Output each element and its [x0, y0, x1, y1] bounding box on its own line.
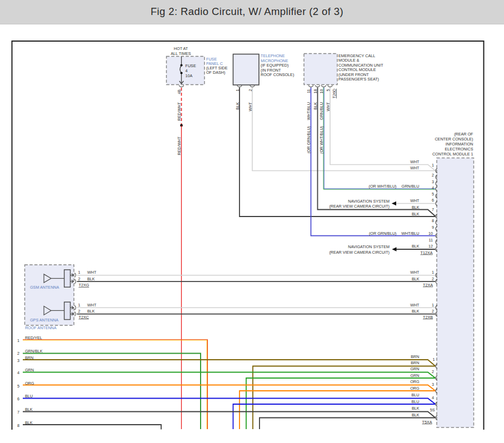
svg-text:10: 10 [319, 89, 324, 94]
svg-text:BLK: BLK [412, 406, 420, 411]
svg-text:T2XA: T2XA [423, 283, 433, 288]
svg-text:BLK: BLK [25, 407, 33, 412]
svg-text:BRN: BRN [411, 360, 419, 365]
svg-text:T5XA: T5XA [422, 420, 432, 425]
svg-text:WHT: WHT [410, 270, 420, 275]
svg-text:BLK: BLK [412, 205, 420, 210]
svg-text:NAVIGATION SYSTEM: NAVIGATION SYSTEM [348, 199, 390, 204]
svg-text:BLK: BLK [412, 244, 420, 249]
svg-text:MICROPHONE: MICROPHONE [261, 58, 288, 63]
svg-text:5: 5 [432, 192, 434, 197]
svg-text:T26D: T26D [332, 89, 337, 99]
svg-text:BLK: BLK [412, 309, 420, 314]
svg-text:OF DASH): OF DASH) [206, 70, 225, 75]
svg-text:10A: 10A [186, 73, 193, 78]
svg-text:1: 1 [432, 270, 434, 275]
svg-text:RED/WHT: RED/WHT [177, 136, 182, 155]
svg-text:(REAR OF: (REAR OF [454, 132, 473, 137]
svg-text:5: 5 [17, 384, 19, 389]
svg-text:WHT: WHT [87, 303, 97, 308]
svg-text:(OR WHT/BLU): (OR WHT/BLU) [369, 184, 397, 189]
svg-text:BLK: BLK [25, 420, 33, 425]
svg-text:11: 11 [306, 89, 311, 93]
svg-text:PASSENGER'S SEAT): PASSENGER'S SEAT) [338, 77, 379, 82]
svg-text:2: 2 [432, 276, 434, 281]
svg-text:5S: 5S [430, 407, 435, 412]
svg-text:T12XA: T12XA [421, 250, 433, 255]
svg-text:1: 1 [235, 89, 240, 92]
svg-text:WHT/BLU: WHT/BLU [401, 231, 419, 236]
svg-text:BLK: BLK [235, 102, 240, 110]
svg-text:GRN: GRN [411, 373, 420, 378]
svg-text:GPS ANTENNA: GPS ANTENNA [30, 318, 58, 323]
svg-text:WHT: WHT [410, 198, 420, 203]
svg-text:(REAR VIEW CAMERA CIRCUIT): (REAR VIEW CAMERA CIRCUIT) [329, 250, 390, 255]
svg-text:11: 11 [429, 238, 433, 243]
svg-text:BLK: BLK [412, 212, 420, 217]
svg-text:WHT: WHT [87, 270, 97, 275]
svg-text:CENTER CONSOLE): CENTER CONSOLE) [435, 137, 473, 142]
svg-text:GSM ANTENNA: GSM ANTENNA [30, 285, 59, 290]
svg-text:1: 1 [78, 303, 81, 308]
svg-text:1: 1 [432, 163, 434, 168]
svg-text:ORG: ORG [25, 381, 34, 386]
svg-text:(REAR VIEW CAMERA CIRCUIT): (REAR VIEW CAMERA CIRCUIT) [329, 204, 390, 209]
svg-text:2: 2 [248, 89, 253, 92]
svg-text:10: 10 [428, 231, 433, 236]
svg-text:(OR WHT/BLU): (OR WHT/BLU) [319, 126, 324, 154]
svg-text:FUSE: FUSE [186, 63, 196, 68]
svg-text:2: 2 [78, 309, 81, 314]
svg-text:7: 7 [432, 207, 434, 212]
svg-text:6: 6 [17, 396, 19, 401]
svg-text:T2XC: T2XC [79, 315, 89, 320]
svg-text:NAVIGATION SYSTEM: NAVIGATION SYSTEM [348, 244, 390, 249]
svg-text:2: 2 [432, 309, 434, 314]
svg-text:BRN: BRN [411, 354, 419, 359]
svg-text:ROOF ANTENNA: ROOF ANTENNA [25, 325, 57, 330]
svg-text:PANEL C: PANEL C [206, 61, 223, 66]
svg-text:8: 8 [432, 218, 434, 223]
svg-text:(OR GRN/BLU): (OR GRN/BLU) [369, 231, 397, 236]
svg-text:BLU: BLU [412, 392, 420, 397]
svg-text:ROOF CONSOLE): ROOF CONSOLE) [261, 72, 294, 77]
svg-text:WHT: WHT [410, 165, 420, 170]
svg-text:BLK: BLK [87, 309, 95, 314]
svg-text:4: 4 [432, 395, 434, 400]
svg-text:7: 7 [17, 410, 19, 415]
svg-text:BLK: BLK [412, 412, 420, 417]
svg-text:BLK: BLK [313, 102, 318, 110]
svg-text:4: 4 [186, 68, 188, 73]
svg-text:GRN: GRN [411, 366, 420, 371]
svg-text:WHT: WHT [248, 102, 253, 111]
svg-text:HOT AT: HOT AT [174, 46, 188, 51]
svg-text:ORG: ORG [410, 379, 420, 384]
svg-text:CONTROL MODULE 1: CONTROL MODULE 1 [432, 152, 473, 157]
svg-text:4: 4 [432, 185, 434, 190]
svg-text:5: 5 [326, 89, 331, 92]
svg-text:3: 3 [432, 179, 434, 184]
svg-text:9: 9 [432, 225, 434, 230]
svg-text:WHT: WHT [410, 303, 420, 308]
svg-text:(OR GRN/BLU): (OR GRN/BLU) [306, 126, 311, 154]
svg-text:BRN: BRN [25, 355, 33, 360]
svg-text:BLK: BLK [87, 276, 95, 281]
svg-text:1: 1 [78, 270, 81, 275]
svg-text:2: 2 [17, 351, 19, 356]
svg-text:RED/YEL: RED/YEL [25, 335, 42, 340]
svg-text:WHT: WHT [410, 159, 420, 164]
svg-text:1: 1 [433, 357, 435, 362]
svg-text:ORG: ORG [410, 386, 420, 391]
svg-text:3: 3 [17, 358, 19, 363]
svg-text:WHT: WHT [326, 102, 331, 111]
svg-text:GRN/BLK: GRN/BLK [25, 349, 43, 354]
svg-text:GRN/BLU: GRN/BLU [319, 102, 324, 120]
svg-text:2: 2 [432, 369, 434, 374]
svg-text:ALL TIMES: ALL TIMES [171, 51, 191, 56]
svg-text:BLK: BLK [412, 276, 420, 281]
svg-text:INFORMATION: INFORMATION [446, 142, 473, 147]
svg-text:2: 2 [432, 173, 434, 178]
svg-text:BLU: BLU [412, 399, 420, 404]
svg-text:RED/WHT: RED/WHT [177, 102, 182, 120]
svg-text:GRN/BLU: GRN/BLU [402, 184, 420, 189]
svg-text:1: 1 [432, 303, 434, 308]
